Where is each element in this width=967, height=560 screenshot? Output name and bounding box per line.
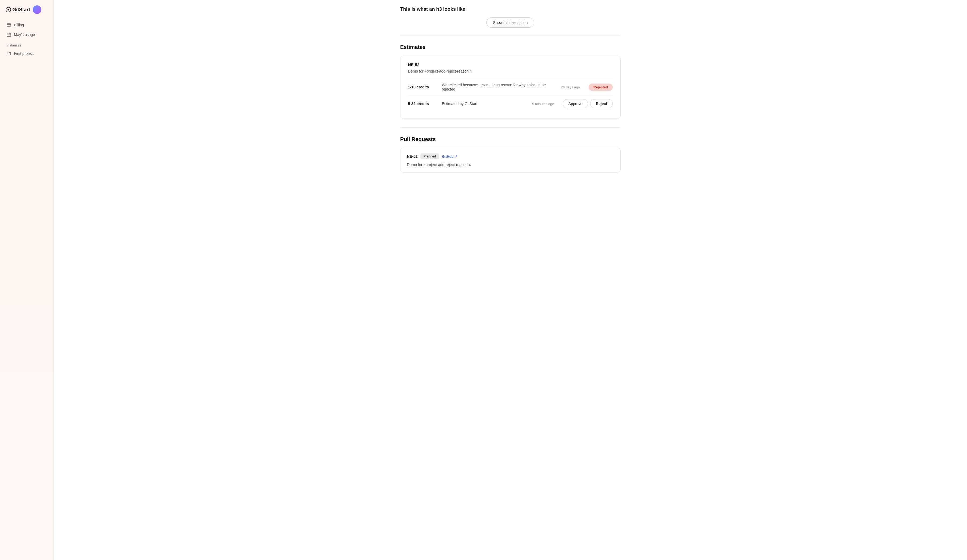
show-full-description-button[interactable]: Show full description xyxy=(487,18,534,28)
estimate-credits-2: 5-32 credits xyxy=(408,102,437,106)
sidebar-item-mays-usage[interactable]: May's usage xyxy=(3,30,50,39)
pr-card-desc: Demo for #project-add-reject-reason 4 xyxy=(407,163,614,167)
sidebar-item-billing-label: Billing xyxy=(14,23,24,27)
estimate-actions-2: Approve Reject xyxy=(563,99,613,108)
pr-card-header: NE-52 Planned GitHub ↗ xyxy=(407,153,614,159)
sidebar-instances-nav: First project xyxy=(0,49,53,58)
estimate-card-desc: Demo for #project-add-reject-reason 4 xyxy=(408,69,613,73)
estimates-title: Estimates xyxy=(400,44,620,50)
estimate-reason-2: Estimated by GitStart. xyxy=(442,102,528,106)
main-content: This is what an h3 looks like Show full … xyxy=(54,0,967,560)
svg-rect-4 xyxy=(7,33,11,36)
logo-label: GitStart xyxy=(12,7,30,13)
page-title: This is what an h3 looks like xyxy=(400,7,620,12)
instances-section-label: Instances xyxy=(0,39,53,49)
heading-section: This is what an h3 looks like Show full … xyxy=(400,7,620,35)
estimate-row-rejected: 1-10 credits We rejected because: ...som… xyxy=(408,79,613,95)
pull-requests-section: Pull Requests NE-52 Planned GitHub ↗ Dem… xyxy=(400,128,620,181)
svg-rect-2 xyxy=(7,24,11,26)
estimates-section: Estimates NE-52 Demo for #project-add-re… xyxy=(400,35,620,128)
estimate-credits-1: 1-10 credits xyxy=(408,85,437,89)
external-link-icon: ↗ xyxy=(455,155,457,158)
sidebar-nav: Billing May's usage xyxy=(0,20,53,39)
folder-icon xyxy=(7,51,11,56)
approve-button[interactable]: Approve xyxy=(563,99,588,108)
sidebar-item-first-project-label: First project xyxy=(14,51,34,56)
estimate-card: NE-52 Demo for #project-add-reject-reaso… xyxy=(400,56,620,119)
sidebar-item-first-project[interactable]: First project xyxy=(3,49,50,58)
logo[interactable]: GitStart xyxy=(5,7,30,13)
billing-icon xyxy=(7,23,11,27)
estimate-row-pending: 5-32 credits Estimated by GitStart. 9 mi… xyxy=(408,95,613,112)
sidebar: GitStart Billing xyxy=(0,0,54,560)
calendar-icon xyxy=(7,32,11,37)
sidebar-item-mays-usage-label: May's usage xyxy=(14,33,35,37)
sidebar-logo: GitStart xyxy=(0,5,53,20)
github-link-label: GitHub xyxy=(442,155,454,158)
rejected-badge: Rejected xyxy=(589,84,613,91)
estimate-card-id: NE-52 xyxy=(408,63,613,67)
avatar[interactable] xyxy=(33,5,41,14)
estimate-time-2: 9 minutes ago xyxy=(532,102,554,106)
estimate-actions-1: Rejected xyxy=(589,84,613,91)
svg-point-1 xyxy=(8,9,9,10)
github-link[interactable]: GitHub ↗ xyxy=(442,155,457,158)
pr-card: NE-52 Planned GitHub ↗ Demo for #project… xyxy=(400,148,620,173)
gitstart-logo-icon xyxy=(5,7,11,13)
reject-button[interactable]: Reject xyxy=(590,99,613,108)
planned-badge: Planned xyxy=(420,153,439,159)
pull-requests-title: Pull Requests xyxy=(400,136,620,142)
pr-card-id: NE-52 xyxy=(407,154,417,158)
estimate-time-1: 26 days ago xyxy=(561,85,580,89)
sidebar-item-billing[interactable]: Billing xyxy=(3,20,50,30)
estimate-reason-1: We rejected because: ...some long reason… xyxy=(442,83,557,91)
